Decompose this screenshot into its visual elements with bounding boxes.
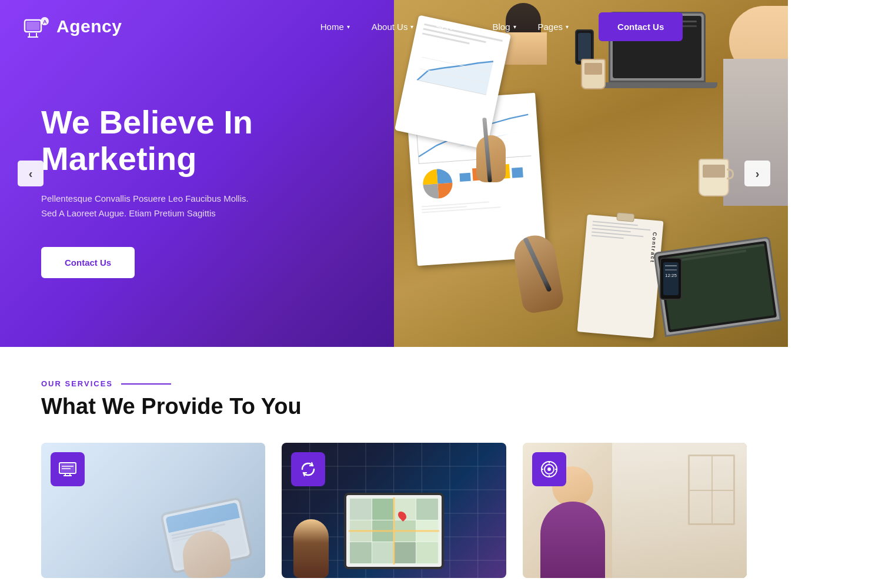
chevron-blog-icon: ▾ bbox=[513, 24, 516, 30]
service-card-3 bbox=[523, 443, 747, 578]
svg-rect-8 bbox=[459, 173, 471, 182]
target-icon bbox=[540, 460, 558, 478]
chevron-service-icon: ▾ bbox=[467, 24, 470, 30]
nav-blog[interactable]: Blog ▾ bbox=[483, 17, 525, 36]
svg-rect-12 bbox=[512, 167, 523, 178]
chevron-pages-icon: ▾ bbox=[566, 24, 569, 30]
nav-service[interactable]: Service ▾ bbox=[426, 17, 480, 36]
nav-home[interactable]: Home ▾ bbox=[311, 17, 359, 36]
nav-about[interactable]: About Us ▾ bbox=[362, 17, 423, 36]
hand-writing bbox=[512, 218, 570, 312]
services-title: What We Provide To You bbox=[41, 394, 747, 419]
contract-clipboard: Contract bbox=[577, 215, 664, 339]
brand-icon: A bbox=[24, 15, 51, 38]
service-card-1 bbox=[41, 443, 265, 578]
hero-title: We Believe In Marketing bbox=[41, 104, 353, 176]
nav-pages[interactable]: Pages ▾ bbox=[529, 17, 579, 36]
services-section: OUR SERVICES What We Provide To You bbox=[0, 347, 788, 588]
chevron-home-icon: ▾ bbox=[347, 24, 350, 30]
hero-prev-arrow[interactable]: ‹ bbox=[18, 161, 44, 186]
svg-point-38 bbox=[547, 467, 551, 471]
hero-next-arrow[interactable]: › bbox=[744, 161, 770, 186]
service-card-2 bbox=[282, 443, 506, 578]
services-label-line bbox=[121, 383, 171, 385]
service-icon-1 bbox=[51, 452, 85, 486]
hero-description: Pellentesque Convallis Posuere Leo Fauci… bbox=[41, 191, 265, 221]
coffee-cup-2 bbox=[699, 159, 729, 196]
svg-rect-1 bbox=[26, 22, 39, 30]
services-grid bbox=[41, 443, 747, 578]
hero-section: A Agency We Believe In Marketing Pellent… bbox=[0, 0, 788, 347]
service-icon-2 bbox=[291, 452, 325, 486]
svg-rect-18 bbox=[61, 464, 75, 472]
brand-name: Agency bbox=[56, 16, 122, 36]
brand-logo[interactable]: A Agency bbox=[24, 15, 122, 38]
services-label: OUR SERVICES bbox=[41, 379, 747, 388]
nav-contact-button[interactable]: Contact Us bbox=[599, 12, 683, 41]
refresh-icon bbox=[300, 461, 316, 477]
web-design-icon bbox=[59, 462, 76, 476]
phone-decoration-2: 12:25 bbox=[660, 258, 682, 300]
hero-cta-button[interactable]: Contact Us bbox=[41, 247, 135, 278]
coffee-cup-1 bbox=[581, 59, 606, 89]
chevron-about-icon: ▾ bbox=[410, 24, 413, 30]
services-label-text: OUR SERVICES bbox=[41, 379, 113, 388]
service-icon-3 bbox=[532, 452, 566, 486]
nav-links-container: Home ▾ About Us ▾ Service ▾ Blog ▾ Pages… bbox=[206, 0, 788, 53]
svg-text:A: A bbox=[43, 19, 47, 25]
